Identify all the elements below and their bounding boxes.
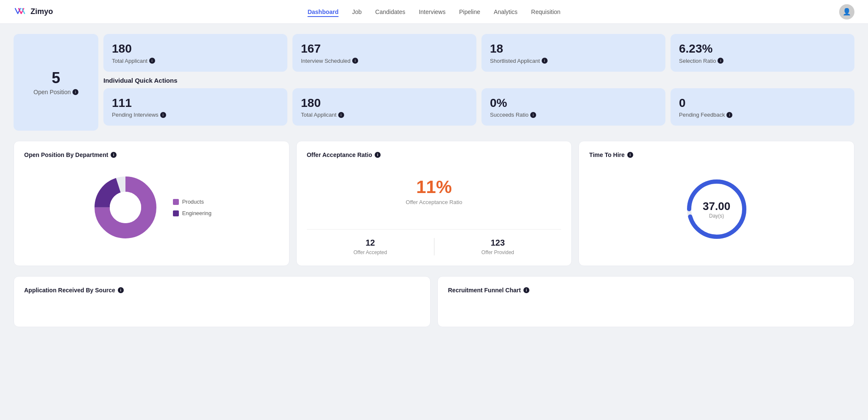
legend-item-products: Products [173,199,211,205]
open-position-card: 5 Open Position i [14,34,98,131]
donut-legend: Products Engineering [173,199,211,216]
total-applicant-card: 180 Total Applicant i [103,34,287,72]
offer-divider: 12 Offer Accepted 123 Offer Provided [307,229,562,255]
stats-row-2: 111 Pending Interviews i 180 Total Appli… [103,88,854,126]
logo[interactable]: Zimyo [14,5,64,19]
open-position-chart: Open Position By Department i [14,141,289,266]
pending-interviews-value: 111 [112,96,279,110]
nav-item-interviews[interactable]: Interviews [419,7,445,17]
open-position-chart-info-icon[interactable]: i [111,152,117,158]
time-to-hire-info-icon[interactable]: i [627,152,633,158]
funnel-chart-card: Recruitment Funnel Chart i [437,276,854,327]
offer-provided-num: 123 [434,238,562,248]
time-to-hire-chart: Time To Hire i 37.00 Day(s) [579,141,854,266]
offer-accepted-label: Offer Accepted [307,249,434,255]
pending-feedback-label: Pending Feedback i [679,112,846,118]
interview-scheduled-card: 167 Interview Scheduled i [292,34,476,72]
quick-actions-label: Individual Quick Actions [103,77,177,84]
offer-provided-label: Offer Provided [434,249,562,255]
selection-ratio-value: 6.23% [679,42,846,56]
offer-percent: 11% [307,177,562,197]
selection-ratio-card: 6.23% Selection Ratio i [670,34,854,72]
time-to-hire-value: 37.00 [703,200,730,213]
time-to-hire-unit: Day(s) [703,213,730,219]
main-content: 5 Open Position i 180 Total Applicant i [0,24,868,337]
legend-item-engineering: Engineering [173,210,211,216]
total-applicant-2-value: 180 [301,96,468,110]
quick-actions-section: Individual Quick Actions 111 Pending Int… [103,77,854,126]
nav-item-analytics[interactable]: Analytics [494,7,517,17]
funnel-chart-title: Recruitment Funnel Chart i [448,287,844,294]
donut-chart [92,174,159,241]
header-right: 👤 [839,4,854,20]
succeeds-ratio-card: 0% Succeeds Ratio i [481,88,665,126]
total-applicant-2-label: Total Applicant i [301,112,468,118]
funnel-chart-info-icon[interactable]: i [523,287,529,293]
total-applicant-info-icon[interactable]: i [149,58,155,64]
open-position-value: 5 [52,69,60,87]
succeeds-ratio-label: Succeeds Ratio i [490,112,657,118]
nav-item-requisition[interactable]: Requisition [531,7,560,17]
app-source-info-icon[interactable]: i [118,287,124,293]
stats-right: 180 Total Applicant i 167 Interview Sche… [103,34,854,126]
time-to-hire-center: 37.00 Day(s) [589,167,844,252]
offer-provided-stat: 123 Offer Provided [434,238,562,255]
pending-feedback-value: 0 [679,96,846,110]
stats-area: 5 Open Position i 180 Total Applicant i [14,34,854,131]
succeeds-ratio-value: 0% [490,96,657,110]
offer-accepted-num: 12 [307,238,434,248]
main-nav: Dashboard Job Candidates Interviews Pipe… [308,7,561,17]
shortlisted-applicant-card: 18 Shortlisted Applicant i [481,34,665,72]
legend-dot-products [173,199,179,205]
total-applicant-label: Total Applicant i [112,58,279,64]
selection-ratio-label: Selection Ratio i [679,58,846,64]
time-to-hire-chart-title: Time To Hire i [589,151,844,158]
nav-item-pipeline[interactable]: Pipeline [459,7,480,17]
open-position-label: Open Position i [33,89,78,95]
offer-acceptance-info-icon[interactable]: i [375,152,381,158]
shortlisted-applicant-info-icon[interactable]: i [542,58,548,64]
total-applicant-2-info-icon[interactable]: i [338,112,344,118]
logo-text: Zimyo [31,7,53,16]
pending-feedback-info-icon[interactable]: i [726,112,732,118]
header: Zimyo Dashboard Job Candidates Interview… [0,0,868,24]
offer-label: Offer Acceptance Ratio [307,199,562,205]
interview-scheduled-info-icon[interactable]: i [352,58,358,64]
succeeds-ratio-info-icon[interactable]: i [530,112,536,118]
open-position-chart-title: Open Position By Department i [24,151,279,158]
legend-dot-engineering [173,210,179,216]
total-applicant-2-card: 180 Total Applicant i [292,88,476,126]
selection-ratio-info-icon[interactable]: i [718,58,723,64]
svg-point-4 [110,192,141,223]
offer-center: 11% Offer Acceptance Ratio [307,167,562,216]
nav-item-job[interactable]: Job [352,7,362,17]
stats-row-1: 180 Total Applicant i 167 Interview Sche… [103,34,854,72]
offer-acceptance-chart: Offer Acceptance Ratio i 11% Offer Accep… [296,141,572,266]
bottom-row: Application Received By Source i Recruit… [14,276,854,327]
app-source-card: Application Received By Source i [14,276,431,327]
logo-icon [14,5,27,19]
offer-accepted-stat: 12 Offer Accepted [307,238,434,255]
interview-scheduled-value: 167 [301,42,468,56]
shortlisted-applicant-value: 18 [490,42,657,56]
total-applicant-value: 180 [112,42,279,56]
pending-interviews-label: Pending Interviews i [112,112,279,118]
charts-row: Open Position By Department i [14,141,854,266]
donut-container: Products Engineering [24,167,279,248]
user-avatar[interactable]: 👤 [839,4,854,20]
app-source-title: Application Received By Source i [24,287,420,294]
pending-interviews-card: 111 Pending Interviews i [103,88,287,126]
circle-text: 37.00 Day(s) [703,200,730,219]
shortlisted-applicant-label: Shortlisted Applicant i [490,58,657,64]
pending-feedback-card: 0 Pending Feedback i [670,88,854,126]
interview-scheduled-label: Interview Scheduled i [301,58,468,64]
pending-interviews-info-icon[interactable]: i [160,112,166,118]
open-position-info-icon[interactable]: i [72,89,78,95]
time-to-hire-circle: 37.00 Day(s) [683,175,751,243]
offer-acceptance-chart-title: Offer Acceptance Ratio i [307,151,562,158]
nav-item-dashboard[interactable]: Dashboard [308,7,339,17]
nav-item-candidates[interactable]: Candidates [375,7,405,17]
